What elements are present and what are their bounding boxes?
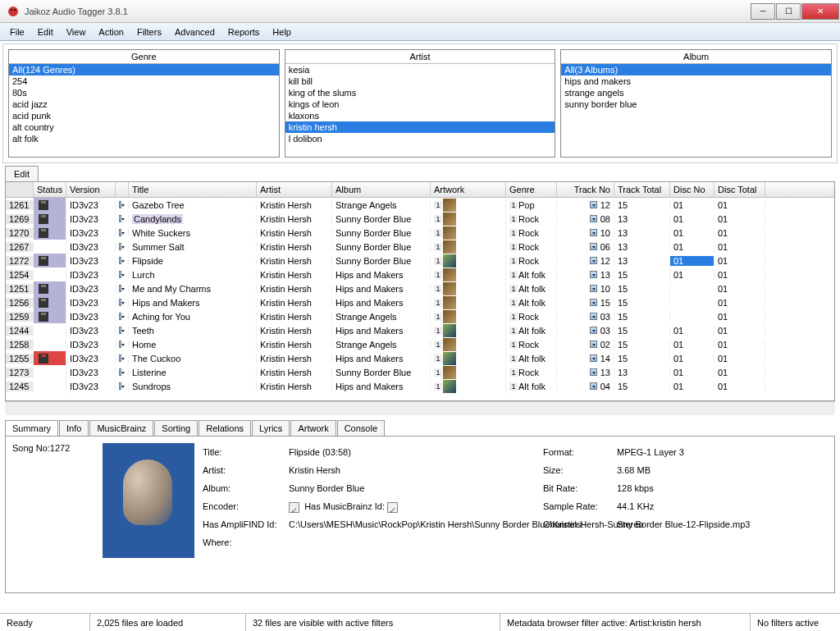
table-row[interactable]: 1245ID3v23SundropsKristin HershHips and … bbox=[6, 379, 834, 393]
genre-filter: Genre All(124 Genres)25480sacid jazzacid… bbox=[8, 49, 280, 158]
minimize-button[interactable]: ─ bbox=[751, 3, 775, 20]
status-nofilters: No filters active bbox=[751, 614, 840, 632]
menu-reports[interactable]: Reports bbox=[221, 25, 267, 39]
menu-advanced[interactable]: Advanced bbox=[168, 25, 221, 39]
song-number: Song No:1272 bbox=[12, 443, 103, 586]
col-genre[interactable]: Genre bbox=[506, 182, 557, 197]
album-list[interactable]: All(3 Albums)hips and makersstrange ange… bbox=[561, 64, 831, 157]
filter-item[interactable]: king of the slums bbox=[285, 87, 555, 98]
dtab-info[interactable]: Info bbox=[59, 420, 89, 436]
table-row[interactable]: 1251ID3v23Me and My CharmsKristin HershH… bbox=[6, 281, 834, 295]
col-rowid[interactable] bbox=[6, 182, 34, 197]
table-row[interactable]: 1244ID3v23TeethKristin HershHips and Mak… bbox=[6, 323, 834, 337]
lbl-hasamp: Has AmpliFIND Id: bbox=[203, 515, 289, 533]
artist-filter-title: Artist bbox=[285, 50, 555, 64]
dtab-sorting[interactable]: Sorting bbox=[154, 420, 198, 436]
filter-item[interactable]: kill bill bbox=[285, 75, 555, 87]
album-filter-title: Album bbox=[561, 50, 831, 64]
app-icon bbox=[7, 5, 20, 18]
col-dropdown[interactable] bbox=[116, 182, 129, 197]
filter-item[interactable]: kings of leon bbox=[285, 98, 555, 110]
filter-item[interactable]: 254 bbox=[9, 75, 279, 87]
filter-item[interactable]: strange angels bbox=[561, 87, 831, 98]
col-tracktotal[interactable]: Track Total bbox=[614, 182, 670, 197]
table-row[interactable]: 1259ID3v23Aching for YouKristin HershStr… bbox=[6, 309, 834, 323]
dtab-relations[interactable]: Relations bbox=[199, 420, 251, 436]
dtab-console[interactable]: Console bbox=[337, 420, 385, 436]
menu-edit[interactable]: Edit bbox=[31, 25, 60, 39]
status-filter: Metadata browser filter active: Artist:k… bbox=[500, 614, 751, 632]
filter-item[interactable]: l dolibon bbox=[285, 133, 555, 144]
table-row[interactable]: 1272ID3v23FlipsideKristin HershSunny Bor… bbox=[6, 254, 834, 267]
detail-tabstrip: Summary Info MusicBrainz Sorting Relatio… bbox=[5, 420, 835, 436]
menu-help[interactable]: Help bbox=[266, 25, 298, 39]
genre-filter-title: Genre bbox=[9, 50, 279, 64]
filter-item[interactable]: All(3 Albums) bbox=[561, 64, 831, 75]
dtab-musicbrainz[interactable]: MusicBrainz bbox=[89, 420, 153, 436]
detail-panel: Song No:1272 Title: Artist: Album: Encod… bbox=[5, 436, 835, 593]
val-title: Flipside (03:58) bbox=[289, 443, 543, 461]
table-row[interactable]: 1273ID3v23ListerineKristin HershSunny Bo… bbox=[6, 365, 834, 379]
lbl-artist: Artist: bbox=[203, 461, 289, 479]
table-row[interactable]: 1256ID3v23Hips and MakersKristin HershHi… bbox=[6, 295, 834, 309]
col-trackno[interactable]: Track No bbox=[557, 182, 614, 197]
filter-item[interactable]: kesia bbox=[285, 64, 555, 75]
col-discno[interactable]: Disc No bbox=[670, 182, 714, 197]
col-status[interactable]: Status bbox=[34, 182, 66, 197]
close-button[interactable]: ✕ bbox=[801, 3, 839, 20]
status-visible: 32 files are visible with active filters bbox=[246, 614, 500, 632]
filter-item[interactable]: acid jazz bbox=[9, 98, 279, 110]
col-album[interactable]: Album bbox=[332, 182, 431, 197]
col-title[interactable]: Title bbox=[129, 182, 257, 197]
val-size: 3.68 MB bbox=[617, 461, 684, 479]
menu-file[interactable]: File bbox=[3, 25, 31, 39]
svg-point-1 bbox=[11, 9, 12, 11]
table-row[interactable]: 1269ID3v23CandylandsKristin HershSunny B… bbox=[6, 212, 834, 226]
artist-list[interactable]: kesiakill billking of the slumskings of … bbox=[285, 64, 555, 157]
grid-body[interactable]: 1261ID3v23Gazebo TreeKristin HershStrang… bbox=[6, 198, 834, 400]
filter-item[interactable]: alt folk bbox=[9, 133, 279, 144]
col-artwork[interactable]: Artwork bbox=[431, 182, 506, 197]
table-row[interactable]: 1255ID3v23The CuckooKristin HershHips an… bbox=[6, 351, 834, 365]
tab-edit[interactable]: Edit bbox=[5, 166, 39, 181]
filter-item[interactable]: alt country bbox=[9, 121, 279, 133]
col-disctotal[interactable]: Disc Total bbox=[714, 182, 765, 197]
val-artist: Kristin Hersh bbox=[289, 461, 543, 479]
dtab-summary[interactable]: Summary bbox=[5, 420, 58, 436]
menu-view[interactable]: View bbox=[60, 25, 93, 39]
svg-point-0 bbox=[8, 7, 18, 16]
filter-item[interactable]: klaxons bbox=[285, 110, 555, 121]
table-row[interactable]: 1258ID3v23HomeKristin HershStrange Angel… bbox=[6, 337, 834, 351]
val-bitrate: 128 kbps bbox=[617, 479, 684, 497]
filter-item[interactable]: 80s bbox=[9, 87, 279, 98]
check-icon bbox=[387, 502, 398, 513]
filter-item[interactable]: hips and makers bbox=[561, 75, 831, 87]
table-row[interactable]: 1270ID3v23White SuckersKristin HershSunn… bbox=[6, 226, 834, 240]
col-artist[interactable]: Artist bbox=[257, 182, 332, 197]
cover-art bbox=[103, 443, 194, 558]
lbl-title: Title: bbox=[203, 443, 289, 461]
maximize-button[interactable]: ☐ bbox=[776, 3, 801, 20]
col-version[interactable]: Version bbox=[66, 182, 116, 197]
table-row[interactable]: 1261ID3v23Gazebo TreeKristin HershStrang… bbox=[6, 198, 834, 212]
check-icon bbox=[289, 502, 299, 513]
table-row[interactable]: 1267ID3v23Summer SaltKristin HershSunny … bbox=[6, 240, 834, 254]
dtab-artwork[interactable]: Artwork bbox=[290, 420, 336, 436]
table-row[interactable]: 1254ID3v23LurchKristin HershHips and Mak… bbox=[6, 267, 834, 281]
window-title: Jaikoz Audio Tagger 3.8.1 bbox=[25, 7, 751, 16]
filter-item[interactable]: sunny border blue bbox=[561, 98, 831, 110]
horizontal-scrollbar[interactable] bbox=[5, 401, 835, 415]
artist-filter: Artist kesiakill billking of the slumski… bbox=[285, 49, 556, 158]
menu-filters[interactable]: Filters bbox=[130, 25, 168, 39]
lbl-samplerate: Sample Rate: bbox=[543, 497, 617, 515]
menu-action[interactable]: Action bbox=[92, 25, 130, 39]
lbl-bitrate: Bit Rate: bbox=[543, 479, 617, 497]
genre-list[interactable]: All(124 Genres)25480sacid jazzacid punka… bbox=[9, 64, 279, 157]
val-album: Sunny Border Blue bbox=[289, 479, 543, 497]
lbl-size: Size: bbox=[543, 461, 617, 479]
filter-item[interactable]: kristin hersh bbox=[285, 121, 555, 133]
filter-item[interactable]: acid punk bbox=[9, 110, 279, 121]
dtab-lyrics[interactable]: Lyrics bbox=[252, 420, 290, 436]
grid: Status Version Title Artist Album Artwor… bbox=[5, 181, 835, 401]
filter-item[interactable]: All(124 Genres) bbox=[9, 64, 279, 75]
